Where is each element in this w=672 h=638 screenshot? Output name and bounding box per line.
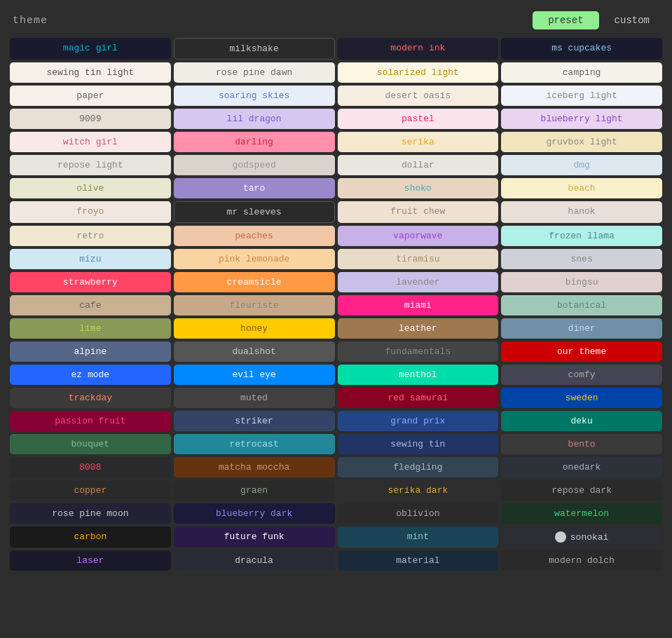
theme-label[interactable]: dualshot	[174, 341, 335, 362]
theme-label[interactable]: vaporwave	[338, 226, 499, 246]
theme-label[interactable]: bento	[501, 434, 662, 454]
theme-label[interactable]: lavender	[338, 272, 499, 292]
theme-label[interactable]: ms cupcakes	[501, 38, 662, 60]
theme-label[interactable]: rose pine dawn	[174, 62, 335, 83]
radio-dot	[555, 531, 566, 543]
theme-label[interactable]: snes	[501, 249, 662, 269]
theme-label[interactable]: fleuriste	[174, 295, 335, 315]
theme-label[interactable]: evil eye	[174, 365, 335, 385]
theme-label[interactable]: camping	[501, 62, 662, 83]
theme-label[interactable]: muted	[174, 388, 335, 408]
theme-label[interactable]: creamsicle	[174, 272, 335, 292]
theme-label[interactable]: oblivion	[338, 503, 499, 524]
theme-label[interactable]: pink lemonade	[174, 249, 335, 269]
theme-label[interactable]: copper	[10, 480, 171, 501]
theme-label[interactable]: future funk	[174, 527, 335, 548]
theme-label[interactable]: peaches	[174, 226, 335, 246]
theme-label[interactable]: dollar	[338, 155, 499, 175]
theme-label[interactable]: diner	[501, 318, 662, 339]
theme-label[interactable]: mint	[338, 527, 499, 548]
theme-label: sonokai	[570, 532, 609, 543]
theme-label[interactable]: retrocast	[174, 434, 335, 454]
theme-label[interactable]: honey	[174, 318, 335, 339]
theme-label[interactable]: dmg	[501, 155, 662, 175]
theme-label[interactable]: milkshake	[174, 38, 335, 60]
theme-label[interactable]: alpine	[10, 341, 171, 362]
theme-label[interactable]: sewing tin light	[10, 62, 171, 83]
theme-label[interactable]: rose pine moon	[10, 503, 171, 524]
preset-button[interactable]: preset	[533, 11, 598, 29]
theme-label[interactable]: iceberg light	[501, 86, 662, 106]
theme-label[interactable]: lil dragon	[174, 109, 335, 129]
theme-label[interactable]: onedark	[501, 457, 662, 477]
theme-label[interactable]: shoko	[338, 178, 499, 198]
theme-label[interactable]: cafe	[10, 295, 171, 315]
theme-label[interactable]: froyo	[10, 201, 171, 223]
theme-label[interactable]: fundamentals	[338, 341, 499, 362]
theme-label[interactable]: pastel	[338, 109, 499, 129]
theme-label[interactable]: passion fruit	[10, 411, 171, 431]
theme-label[interactable]: mr sleeves	[174, 201, 335, 223]
theme-label[interactable]: menthol	[338, 365, 499, 385]
theme-label[interactable]: watermelon	[501, 503, 662, 524]
theme-label[interactable]: grand prix	[338, 411, 499, 431]
theme-label[interactable]: material	[338, 550, 499, 571]
theme-label[interactable]: soaring skies	[174, 86, 335, 106]
theme-label[interactable]: graen	[174, 480, 335, 501]
header: theme preset custom	[7, 7, 665, 36]
theme-label[interactable]: repose dark	[501, 480, 662, 501]
theme-label[interactable]: sweden	[501, 388, 662, 408]
theme-label[interactable]: repose light	[10, 155, 171, 175]
theme-label[interactable]: blueberry dark	[174, 503, 335, 524]
theme-label[interactable]: serika	[338, 132, 499, 152]
theme-label[interactable]: matcha moccha	[174, 457, 335, 477]
theme-label[interactable]: sewing tin	[338, 434, 499, 454]
theme-label[interactable]: laser	[10, 550, 171, 571]
theme-label[interactable]: lime	[10, 318, 171, 339]
theme-label[interactable]: dracula	[174, 550, 335, 571]
theme-label[interactable]: strawberry	[10, 272, 171, 292]
theme-label[interactable]: frozen llama	[501, 226, 662, 246]
theme-label[interactable]: gruvbox light	[501, 132, 662, 152]
theme-label[interactable]: olive	[10, 178, 171, 198]
theme-label[interactable]: red samurai	[338, 388, 499, 408]
theme-label[interactable]: serika dark	[338, 480, 499, 501]
page-title: theme	[13, 15, 533, 27]
theme-label[interactable]: our theme	[501, 341, 662, 362]
theme-label[interactable]: witch girl	[10, 132, 171, 152]
theme-label[interactable]: hanok	[501, 201, 662, 223]
theme-label[interactable]: blueberry light	[501, 109, 662, 129]
theme-label[interactable]: beach	[501, 178, 662, 198]
theme-label[interactable]: leather	[338, 318, 499, 339]
theme-label[interactable]: mizu	[10, 249, 171, 269]
theme-label[interactable]: botanical	[501, 295, 662, 315]
theme-label[interactable]: paper	[10, 86, 171, 106]
custom-button[interactable]: custom	[605, 11, 659, 29]
theme-grid: magic girlmilkshakemodern inkms cupcakes…	[7, 36, 665, 572]
theme-label[interactable]: striker	[174, 411, 335, 431]
theme-label[interactable]: bingsu	[501, 272, 662, 292]
theme-label[interactable]: miami	[338, 295, 499, 315]
theme-label[interactable]: modern ink	[338, 38, 499, 60]
theme-label[interactable]: fruit chew	[338, 201, 499, 223]
theme-label[interactable]: 8008	[10, 457, 171, 477]
theme-label[interactable]: solarized light	[338, 62, 499, 83]
theme-item[interactable]: sonokai	[501, 527, 662, 548]
theme-label[interactable]: deku	[501, 411, 662, 431]
theme-label[interactable]: magic girl	[10, 38, 171, 60]
theme-label[interactable]: comfy	[501, 365, 662, 385]
theme-label[interactable]: darling	[174, 132, 335, 152]
theme-label[interactable]: modern dolch	[501, 550, 662, 571]
theme-label[interactable]: tiramisu	[338, 249, 499, 269]
theme-label[interactable]: fledgling	[338, 457, 499, 477]
header-buttons: preset custom	[533, 11, 659, 29]
theme-label[interactable]: godspeed	[174, 155, 335, 175]
theme-label[interactable]: desert oasis	[338, 86, 499, 106]
theme-label[interactable]: carbon	[10, 527, 171, 548]
theme-label[interactable]: retro	[10, 226, 171, 246]
theme-label[interactable]: taro	[174, 178, 335, 198]
theme-label[interactable]: trackday	[10, 388, 171, 408]
theme-label[interactable]: 9009	[10, 109, 171, 129]
theme-label[interactable]: bouquet	[10, 434, 171, 454]
theme-label[interactable]: ez mode	[10, 365, 171, 385]
